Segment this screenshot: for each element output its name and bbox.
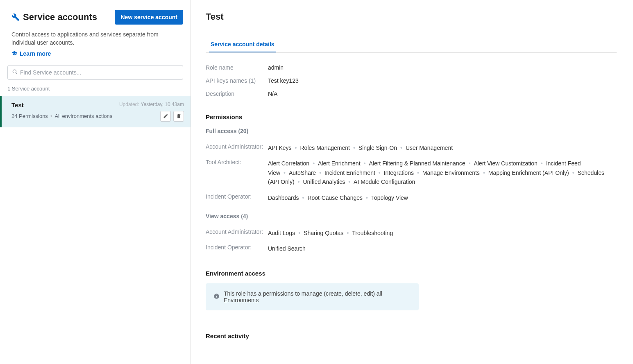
- learn-more-label: Learn more: [20, 50, 51, 57]
- tab-service-account-details[interactable]: Service account details: [209, 37, 276, 52]
- search-icon: [12, 69, 18, 76]
- role-name-value: admin: [268, 64, 284, 71]
- api-keys-label: API keys names (1): [206, 77, 268, 84]
- recent-activity-heading: Recent activity: [206, 332, 617, 339]
- fa-tool-architect-values: Alert Correlation•Alert Enrichment•Alert…: [268, 159, 617, 186]
- search-input-container[interactable]: [7, 65, 183, 80]
- item-updated: Updated:Yesterday, 10:43am: [119, 102, 184, 107]
- fa-incident-operator-values: Dashboards•Root-Cause Changes•Topology V…: [268, 193, 617, 202]
- full-access-heading: Full access (20): [206, 128, 617, 134]
- info-icon: [213, 293, 220, 301]
- va-incident-operator-values: Unified Search: [268, 244, 617, 253]
- fa-incident-operator-label: Incident Operator:: [206, 193, 268, 200]
- svg-rect-4: [216, 294, 217, 295]
- va-account-admin-label: Account Administrator:: [206, 228, 268, 235]
- delete-button[interactable]: [173, 111, 184, 122]
- page-subtitle: Control access to applications and servi…: [11, 30, 183, 47]
- environment-info-box: This role has a permissions to manage (c…: [206, 283, 419, 310]
- sidebar: Service accounts New service account Con…: [0, 0, 191, 364]
- detail-title: Test: [206, 11, 617, 22]
- service-account-item[interactable]: Test Updated:Yesterday, 10:43am 24 Permi…: [0, 96, 191, 127]
- page-title: Service accounts: [23, 12, 97, 23]
- account-count: 1 Service account: [0, 80, 191, 96]
- item-name: Test: [11, 102, 24, 109]
- environment-info-text: This role has a permissions to manage (c…: [224, 290, 411, 303]
- fa-account-admin-values: API Keys•Roles Management•Single Sign-On…: [268, 143, 617, 152]
- wrench-icon: [11, 13, 20, 21]
- view-access-heading: View access (4): [206, 213, 617, 219]
- environment-access-heading: Environment access: [206, 270, 617, 277]
- svg-rect-3: [216, 296, 217, 297]
- edit-button[interactable]: [160, 111, 171, 122]
- va-incident-operator-label: Incident Operator:: [206, 244, 268, 251]
- tab-bar: Service account details: [206, 37, 617, 53]
- main-panel: Test Service account details Role namead…: [191, 0, 633, 364]
- permissions-heading: Permissions: [206, 113, 617, 120]
- fa-account-admin-label: Account Administrator:: [206, 143, 268, 150]
- role-name-label: Role name: [206, 64, 268, 71]
- new-service-account-button[interactable]: New service account: [115, 10, 183, 25]
- svg-point-0: [13, 70, 16, 73]
- graduation-cap-icon: [11, 50, 17, 57]
- description-value: N/A: [268, 90, 277, 97]
- svg-line-1: [16, 72, 17, 74]
- description-label: Description: [206, 90, 268, 97]
- api-keys-value: Test key123: [268, 77, 299, 84]
- fa-tool-architect-label: Tool Architect:: [206, 159, 268, 165]
- item-meta: 24 Permissions•All environments actions: [11, 113, 112, 119]
- va-account-admin-values: Audit Logs•Sharing Quotas•Troubleshootin…: [268, 228, 617, 237]
- learn-more-link[interactable]: Learn more: [11, 50, 51, 57]
- search-input[interactable]: [20, 69, 179, 76]
